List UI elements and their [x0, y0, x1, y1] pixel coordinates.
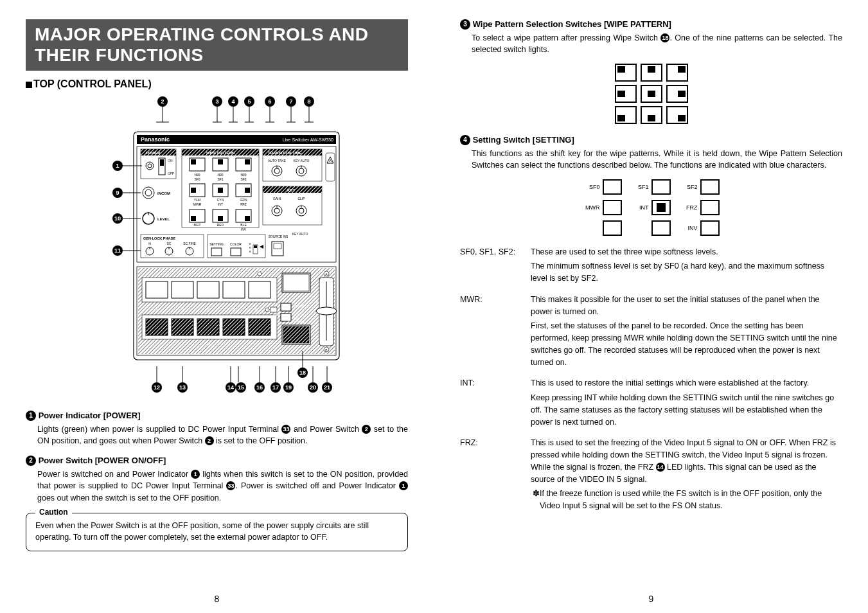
svg-text:OFF: OFF — [168, 172, 174, 175]
caution-text: Even when the Power Switch is at the OFF… — [35, 520, 398, 543]
ref-icon: 1 — [191, 470, 200, 479]
svg-text:N: N — [249, 242, 251, 245]
svg-rect-161 — [223, 319, 245, 335]
ref-icon: 2 — [205, 436, 214, 445]
callout-4-icon: 4 — [460, 135, 470, 145]
callout-3-icon: 3 — [460, 19, 470, 30]
svg-text:20: 20 — [309, 384, 315, 391]
svg-text:KEY AUTO: KEY AUTO — [292, 232, 308, 236]
svg-rect-242 — [648, 91, 655, 97]
svg-text:2: 2 — [161, 98, 164, 105]
svg-rect-158 — [146, 319, 168, 335]
svg-point-178 — [316, 307, 337, 315]
svg-point-43 — [145, 190, 152, 196]
label-int: INT — [632, 204, 649, 211]
svg-text:FRZ: FRZ — [240, 202, 247, 206]
svg-rect-160 — [197, 319, 219, 335]
svg-text:3: 3 — [215, 98, 218, 105]
svg-rect-77 — [218, 188, 223, 193]
svg-text:INV: INV — [240, 227, 246, 231]
box-icon — [700, 179, 720, 195]
svg-text:WIPE PATTERN: WIPE PATTERN — [206, 151, 235, 155]
svg-rect-63 — [191, 159, 196, 164]
definition-list: SF0, SF1, SF2: These are used to set the… — [460, 246, 842, 515]
svg-point-147 — [258, 272, 261, 276]
svg-text:FRZ: FRZ — [256, 268, 263, 272]
svg-text:POWER: POWER — [146, 151, 161, 155]
svg-text:14: 14 — [227, 384, 233, 391]
def-body: This makes it possible for the user to s… — [531, 294, 842, 371]
svg-rect-91 — [245, 216, 250, 221]
def-body: This is used to set the freezing of the … — [531, 437, 842, 515]
svg-text:6: 6 — [268, 98, 271, 105]
svg-text:19: 19 — [285, 384, 291, 391]
wipe-pattern-grid — [613, 62, 690, 126]
svg-rect-39 — [160, 159, 164, 166]
svg-text:TRANSITION TIME: TRANSITION TIME — [268, 151, 302, 155]
callout-2-icon: 2 — [26, 456, 36, 466]
svg-point-116 — [299, 168, 304, 173]
svg-rect-65 — [218, 159, 223, 164]
svg-rect-146 — [249, 281, 270, 298]
svg-rect-246 — [678, 115, 686, 121]
svg-text:INT: INT — [217, 202, 222, 206]
svg-rect-243 — [678, 91, 686, 97]
label-mwr: MWR — [583, 204, 600, 211]
item4-heading: 4 Setting Switch [SETTING] — [460, 135, 842, 145]
svg-text:INCOM: INCOM — [157, 191, 170, 195]
svg-text:7: 7 — [289, 98, 292, 105]
svg-text:GAIN: GAIN — [272, 197, 281, 200]
item4-heading-text: Setting Switch [SETTING] — [473, 135, 574, 145]
svg-rect-159 — [172, 319, 193, 335]
ref-icon: 33 — [281, 425, 290, 434]
svg-text:AUTO TAKE: AUTO TAKE — [268, 159, 286, 163]
label-sf2: SF2 — [681, 184, 698, 190]
svg-rect-67 — [245, 159, 250, 164]
svg-text:21: 21 — [323, 384, 330, 391]
svg-text:B: B — [249, 250, 251, 253]
svg-text:4: 4 — [233, 308, 235, 312]
svg-text:2: 2 — [181, 308, 184, 312]
svg-rect-143 — [172, 281, 193, 298]
svg-text:SOURCE
IN5: SOURCE IN5 — [268, 235, 288, 238]
item3-body: To select a wipe pattern after pressing … — [472, 32, 842, 55]
svg-rect-239 — [648, 66, 655, 73]
svg-text:SF1: SF1 — [217, 177, 223, 181]
svg-text:10: 10 — [114, 215, 120, 222]
control-panel-diagram: 2 3 4 5 6 7 8 Panasonic Live Switcher AW… — [79, 96, 355, 395]
svg-text:ON: ON — [168, 159, 173, 163]
svg-text:5: 5 — [247, 98, 251, 105]
page-8: MAJOR OPERATING CONTROLS AND THEIR FUNCT… — [0, 0, 434, 613]
svg-text:SF0: SF0 — [194, 177, 200, 181]
ref-icon: 2 — [362, 425, 371, 434]
box-icon — [700, 220, 720, 236]
svg-rect-105 — [254, 245, 257, 248]
svg-text:RED: RED — [217, 223, 224, 227]
svg-text:SETTING: SETTING — [209, 242, 224, 246]
page-number: 8 — [0, 594, 434, 604]
svg-rect-240 — [678, 66, 686, 73]
caution-label: Caution — [35, 508, 72, 517]
svg-text:FMEM: FMEM — [273, 314, 281, 317]
ref-icon: 1 — [399, 481, 408, 490]
svg-text:GRN: GRN — [240, 198, 247, 202]
svg-rect-87 — [191, 216, 196, 221]
item3-heading: 3 Wipe Pattern Selection Switches [WIPE … — [460, 19, 842, 30]
label-sf0: SF0 — [583, 184, 600, 190]
svg-marker-106 — [260, 245, 263, 249]
svg-rect-142 — [146, 281, 168, 298]
svg-point-127 — [299, 208, 304, 213]
svg-text:15: 15 — [237, 384, 244, 391]
svg-rect-169 — [283, 274, 309, 291]
svg-rect-75 — [191, 188, 196, 193]
svg-text:8: 8 — [307, 98, 310, 105]
svg-text:CLIP: CLIP — [297, 197, 305, 200]
page-number: 9 — [434, 594, 868, 604]
def-term: FRZ: — [460, 437, 531, 515]
svg-point-37 — [148, 164, 152, 168]
svg-point-42 — [143, 187, 154, 199]
svg-rect-174 — [283, 326, 309, 343]
svg-rect-245 — [648, 115, 655, 121]
item2-heading-text: Power Switch [POWER ON/OFF] — [39, 456, 166, 465]
svg-text:A: A — [208, 272, 210, 276]
